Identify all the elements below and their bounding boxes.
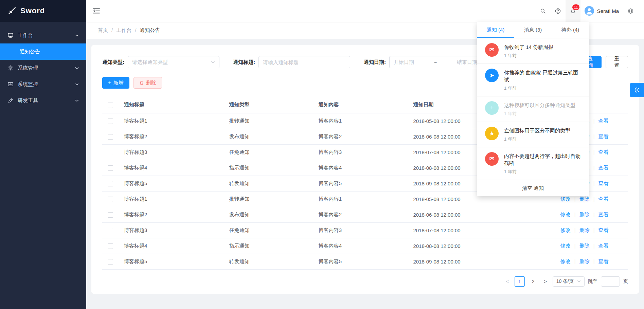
row-checkbox[interactable] bbox=[108, 197, 113, 202]
user-menu[interactable]: Serati Ma bbox=[580, 0, 623, 22]
clear-notifications-button[interactable]: 清空 通知 bbox=[477, 180, 589, 196]
row-action-edit[interactable]: 修改 bbox=[560, 212, 571, 217]
row-action-view[interactable]: 查看 bbox=[590, 258, 609, 264]
row-action-delete[interactable]: 删除 bbox=[571, 212, 590, 217]
chevron-down-icon bbox=[75, 98, 79, 103]
row-checkbox[interactable] bbox=[108, 181, 113, 186]
notice-title-input-box bbox=[258, 56, 350, 68]
breadcrumb-workbench[interactable]: 工作台 bbox=[108, 27, 131, 34]
row-action-delete[interactable]: 删除 bbox=[571, 196, 590, 202]
tab-todos[interactable]: 待办 (4) bbox=[552, 22, 589, 38]
sidebar-item-label: 通知公告 bbox=[20, 49, 40, 55]
sidebar-item-workbench[interactable]: 工作台 bbox=[0, 27, 86, 43]
page-button-1[interactable]: 1 bbox=[515, 276, 525, 287]
notifications-bell-icon[interactable]: 11 bbox=[566, 0, 580, 22]
cell-content: 博客内容4 bbox=[313, 160, 408, 176]
row-checkbox[interactable] bbox=[108, 212, 113, 218]
row-action-delete[interactable]: 删除 bbox=[571, 227, 590, 233]
cell-content: 博客内容3 bbox=[313, 144, 408, 160]
notification-item[interactable]: ✉ 你收到了 14 份新周报 1 年前 bbox=[477, 38, 589, 64]
select-all-checkbox[interactable] bbox=[108, 103, 113, 108]
row-action-edit[interactable]: 修改 bbox=[560, 227, 571, 233]
filter-type-label: 通知类型: bbox=[102, 59, 124, 66]
page-button-2[interactable]: 2 bbox=[528, 276, 538, 287]
notification-item[interactable]: ★ 左侧图标用于区分不同的类型 1 年前 bbox=[477, 122, 589, 147]
row-action-edit[interactable]: 修改 bbox=[560, 258, 571, 264]
row-action-view[interactable]: 查看 bbox=[590, 180, 609, 186]
notification-item[interactable]: ➤ 你推荐的 曲妮妮 已通过第三轮面试 1 年前 bbox=[477, 64, 589, 96]
start-date-placeholder: 开始日期 bbox=[394, 59, 414, 66]
row-action-view[interactable]: 查看 bbox=[590, 243, 609, 249]
add-button[interactable]: 新增 bbox=[102, 77, 129, 89]
row-action-view[interactable]: 查看 bbox=[590, 212, 609, 217]
reset-button[interactable]: 重 置 bbox=[606, 56, 628, 68]
row-checkbox[interactable] bbox=[108, 228, 113, 233]
cell-content: 博客内容2 bbox=[313, 207, 408, 222]
row-checkbox[interactable] bbox=[108, 243, 113, 249]
notice-title-input[interactable] bbox=[263, 59, 346, 65]
cell-title: 博客标题4 bbox=[119, 238, 224, 254]
cell-content: 博客内容5 bbox=[313, 176, 408, 191]
sidebar-item-notice[interactable]: 通知公告 bbox=[0, 43, 86, 60]
notification-title: 这种模板可以区分多种通知类型 bbox=[504, 102, 575, 109]
row-action-view[interactable]: 查看 bbox=[590, 165, 609, 170]
row-action-edit[interactable]: 修改 bbox=[560, 196, 571, 202]
tab-messages[interactable]: 消息 (3) bbox=[514, 22, 552, 38]
search-icon[interactable] bbox=[536, 0, 551, 22]
row-checkbox[interactable] bbox=[108, 259, 113, 265]
pagination: < 1 2 > 10 条/页 跳至 页 bbox=[102, 276, 628, 287]
sidebar-item-system-manage[interactable]: 系统管理 bbox=[0, 60, 86, 76]
row-checkbox[interactable] bbox=[108, 134, 113, 140]
cell-type: 批转通知 bbox=[224, 191, 313, 207]
cell-date: 2018-07-08 12:00:00 bbox=[408, 222, 555, 238]
row-checkbox[interactable] bbox=[108, 165, 113, 171]
next-page-button[interactable]: > bbox=[542, 278, 549, 284]
cell-type: 指示通知 bbox=[224, 238, 313, 254]
notification-item[interactable]: ✉ 内容不要超过两行字，超出时自动截断 1 年前 bbox=[477, 147, 589, 180]
table-row: 博客标题2 发布通知 博客内容2 2018-06-08 12:00:00 修改删… bbox=[102, 207, 628, 222]
notification-title: 你收到了 14 份新周报 bbox=[504, 43, 553, 51]
row-action-view[interactable]: 查看 bbox=[590, 227, 609, 233]
notice-list: ✉ 你收到了 14 份新周报 1 年前 ➤ 你推荐的 曲妮妮 已通过第三轮面试 … bbox=[477, 38, 589, 180]
end-date-placeholder: 结束日期 bbox=[457, 59, 477, 66]
breadcrumb-home[interactable]: 首页 bbox=[98, 27, 108, 34]
row-action-delete[interactable]: 删除 bbox=[571, 258, 590, 264]
prev-page-button[interactable]: < bbox=[504, 278, 511, 284]
notification-title: 左侧图标用于区分不同的类型 bbox=[504, 127, 570, 134]
row-action-view[interactable]: 查看 bbox=[590, 133, 609, 139]
row-checkbox[interactable] bbox=[108, 150, 113, 155]
settings-fab-button[interactable] bbox=[630, 83, 644, 97]
row-action-view[interactable]: 查看 bbox=[590, 118, 609, 124]
cell-type: 转发通知 bbox=[224, 254, 313, 269]
sidebar-item-system-monitor[interactable]: 系统监控 bbox=[0, 76, 86, 92]
row-action-delete[interactable]: 删除 bbox=[571, 243, 590, 249]
help-icon[interactable] bbox=[551, 0, 566, 22]
delete-button[interactable]: 删除 bbox=[133, 77, 162, 89]
notification-item[interactable]: + 这种模板可以区分多种通知类型 1 年前 bbox=[477, 96, 589, 122]
row-action-edit[interactable]: 修改 bbox=[560, 243, 571, 249]
row-action-view[interactable]: 查看 bbox=[590, 196, 609, 202]
row-checkbox[interactable] bbox=[108, 119, 113, 124]
row-action-view[interactable]: 查看 bbox=[590, 149, 609, 155]
notice-type-select[interactable]: 请选择通知类型 bbox=[128, 56, 219, 68]
filter-type-group: 通知类型: 请选择通知类型 bbox=[102, 56, 219, 68]
cell-title: 博客标题1 bbox=[119, 191, 224, 207]
language-globe-icon[interactable] bbox=[623, 0, 638, 22]
plus-icon: + bbox=[485, 101, 499, 115]
page-size-select[interactable]: 10 条/页 bbox=[553, 276, 585, 287]
cell-actions: 修改删除查看 bbox=[555, 238, 628, 254]
tab-notifications[interactable]: 通知 (4) bbox=[477, 22, 514, 38]
app-title: Sword bbox=[20, 6, 45, 15]
jump-suffix: 页 bbox=[623, 278, 628, 285]
collapse-sidebar-icon[interactable] bbox=[86, 0, 107, 22]
cell-actions: 修改删除查看 bbox=[555, 222, 628, 238]
header-actions: 11 Serati Ma bbox=[536, 0, 644, 22]
sidebar-item-dev-tools[interactable]: 研发工具 bbox=[0, 92, 86, 109]
cell-title: 博客标题5 bbox=[119, 176, 224, 191]
cell-type: 转发通知 bbox=[224, 176, 313, 191]
page-jump-input[interactable] bbox=[601, 276, 620, 287]
sidebar: Sword 工作台 通知公告 bbox=[0, 0, 86, 309]
top-header: 11 Serati Ma bbox=[86, 0, 644, 22]
chevron-down-icon bbox=[211, 61, 215, 63]
date-range-picker[interactable]: 开始日期 ~ 结束日期 bbox=[389, 56, 482, 68]
